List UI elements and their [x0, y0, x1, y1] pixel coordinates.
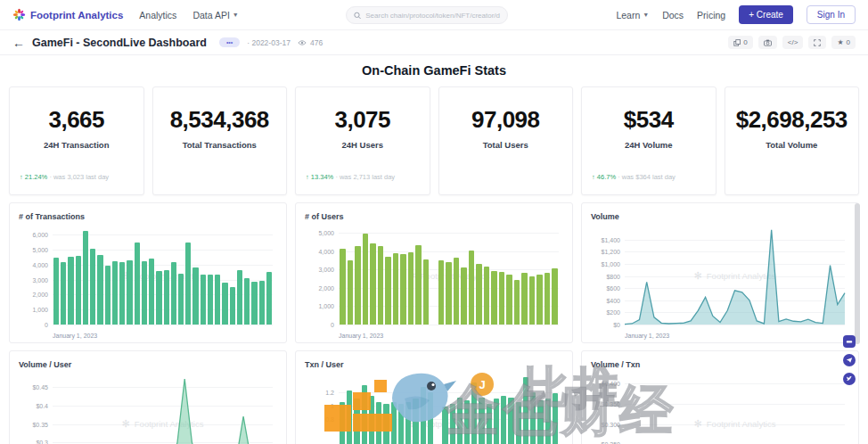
nav-right-group: Learn ▼ Docs Pricing + Create Sign In — [616, 5, 856, 24]
code-icon: </> — [788, 38, 798, 46]
stat-label: Total Volume — [725, 140, 859, 150]
stat-value: 97,098 — [439, 106, 573, 134]
dashboard-title: GameFi - SecondLive Dashboard — [32, 37, 207, 49]
fork-count: 0 — [743, 38, 747, 46]
chart-title: Volume — [591, 212, 849, 221]
twitter-button[interactable] — [843, 373, 856, 385]
stat-label: 24H Transaction — [10, 140, 143, 150]
chat-icon — [846, 338, 853, 345]
star-icon: ★ — [837, 38, 843, 46]
stat-label: Total Users — [439, 140, 573, 150]
stat-card-24h-users: 3,075 24H Users ↑ 13.34% · was 2,713 las… — [295, 86, 430, 195]
global-search[interactable] — [346, 6, 508, 24]
twitter-bird-icon — [846, 375, 853, 382]
stat-card-total-volume: $2,698,253 Total Volume — [725, 86, 860, 195]
change-percent: ↑ 46.7% — [592, 173, 616, 181]
change-percent: ↑ 21.24% — [20, 173, 47, 181]
stat-card-total-transactions: 8,534,368 Total Transactions — [152, 86, 288, 195]
dashboard-date: · 2022-03-17 — [247, 38, 291, 47]
chart-users: # of Users 5,0004,0003,0002,0001,0000✻Fo… — [295, 202, 573, 343]
fullscreen-button[interactable] — [808, 36, 826, 49]
stats-grid: 3,665 24H Transaction ↑ 21.24% · was 3,0… — [9, 86, 859, 195]
chart-plot: $1,400$1,200$1,000$800$600$400$200$0✻Foo… — [591, 224, 849, 339]
chart-title: # of Transactions — [19, 212, 277, 221]
views-counter: 476 — [298, 38, 323, 47]
search-input[interactable] — [365, 12, 500, 20]
chart-transactions: # of Transactions 6,0005,0004,0003,0002,… — [9, 202, 287, 343]
chart-plot: 1.210.8✻Footprint Analytics — [305, 372, 563, 444]
stat-label: 24H Users — [296, 140, 430, 150]
stat-value: 3,075 — [296, 106, 430, 134]
chevron-down-icon: ▼ — [233, 12, 239, 18]
stat-change: ↑ 21.24% · was 3,023 last day — [10, 173, 143, 181]
camera-icon — [764, 39, 772, 46]
star-button[interactable]: ★ 0 — [831, 36, 856, 49]
views-count: 476 — [310, 38, 323, 47]
expand-icon — [814, 39, 821, 46]
snapshot-button[interactable] — [758, 36, 777, 49]
stat-card-24h-volume: $534 24H Volume ↑ 46.7% · was $364 last … — [581, 86, 717, 195]
nav-pricing[interactable]: Pricing — [697, 10, 725, 21]
charts-row-1: # of Transactions 6,0005,0004,0003,0002,… — [9, 202, 859, 343]
eye-icon — [298, 39, 307, 46]
embed-button[interactable]: </> — [782, 36, 804, 49]
footprint-logo[interactable]: Footprint Analytics — [12, 8, 123, 21]
change-note: · was 2,713 last day — [335, 173, 395, 181]
chart-title: # of Users — [305, 212, 563, 221]
fork-icon — [733, 39, 741, 46]
top-navbar: Footprint Analytics Analytics Data API ▼… — [0, 0, 868, 30]
stat-label: Total Transactions — [153, 140, 287, 150]
page-title: On-Chain GameFi Stats — [0, 55, 868, 86]
dashboard-actions: 0 </> ★ 0 — [728, 36, 856, 49]
telegram-button[interactable] — [843, 354, 856, 366]
chart-title: Volume / User — [19, 360, 277, 369]
back-arrow-icon[interactable]: ← — [12, 37, 25, 49]
change-percent: ↑ 13.34% — [306, 173, 333, 181]
charts-row-2: Volume / User $0.45$0.4$0.35$0.3$0.25✻Fo… — [9, 350, 859, 444]
stat-value: 8,534,368 — [153, 106, 287, 134]
chart-plot: 6,0005,0004,0003,0002,0001,0000✻Footprin… — [19, 224, 277, 339]
brand-name: Footprint Analytics — [30, 10, 123, 21]
stat-value: $534 — [582, 106, 716, 134]
chat-button[interactable] — [843, 335, 856, 348]
nav-data-api[interactable]: Data API ▼ — [192, 10, 238, 21]
fork-button[interactable]: 0 — [728, 36, 752, 49]
footprint-pinwheel-icon — [12, 8, 26, 21]
chart-plot: $0.400$0.350$0.300$0.250$0.200✻Footprint… — [591, 372, 849, 444]
nav-learn[interactable]: Learn ▼ — [616, 10, 649, 21]
nav-docs[interactable]: Docs — [662, 10, 684, 21]
stat-value: 3,665 — [10, 106, 143, 134]
chart-volume-per-user: Volume / User $0.45$0.4$0.35$0.3$0.25✻Fo… — [9, 350, 287, 444]
chart-txn-per-user: Txn / User 1.210.8✻Footprint Analytics — [295, 350, 573, 444]
stat-label: 24H Volume — [582, 140, 716, 150]
chart-plot: 5,0004,0003,0002,0001,0000✻Footprint Ana… — [305, 224, 563, 339]
dashboard-header: ← GameFi - SecondLive Dashboard ••• · 20… — [0, 30, 868, 55]
chart-volume: Volume $1,400$1,200$1,000$800$600$400$20… — [581, 202, 859, 343]
chart-title: Volume / Txn — [591, 360, 849, 369]
chart-title: Txn / User — [305, 360, 563, 369]
change-note: · was $364 last day — [618, 173, 676, 181]
floating-social-buttons — [843, 335, 856, 385]
stat-change: ↑ 46.7% · was $364 last day — [582, 173, 716, 181]
chevron-down-icon: ▼ — [643, 12, 649, 18]
signin-button[interactable]: Sign In — [807, 5, 856, 24]
search-icon — [354, 12, 361, 20]
stat-card-24h-transaction: 3,665 24H Transaction ↑ 21.24% · was 3,0… — [9, 86, 144, 195]
star-count: 0 — [847, 38, 850, 46]
stat-card-total-users: 97,098 Total Users — [438, 86, 574, 195]
change-note: · was 3,023 last day — [49, 173, 109, 181]
nav-analytics[interactable]: Analytics — [139, 10, 176, 21]
stat-value: $2,698,253 — [725, 106, 859, 134]
stat-change: ↑ 13.34% · was 2,713 last day — [296, 173, 430, 181]
telegram-icon — [846, 357, 853, 364]
dashboard-badge: ••• — [219, 37, 240, 47]
create-button[interactable]: + Create — [739, 5, 793, 24]
scrollbar-thumb[interactable] — [855, 203, 860, 344]
chart-plot: $0.45$0.4$0.35$0.3$0.25✻Footprint Analyt… — [19, 372, 277, 444]
chart-volume-per-txn: Volume / Txn $0.400$0.350$0.300$0.250$0.… — [581, 350, 859, 444]
